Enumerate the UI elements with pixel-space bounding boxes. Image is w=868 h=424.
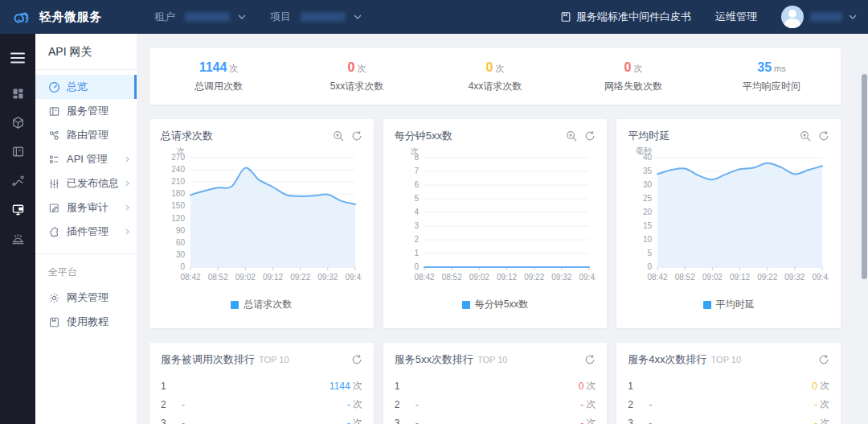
table-row: 1 1144 次 (161, 377, 362, 395)
legend-swatch (462, 301, 470, 309)
stat-avg-response-time: 35ms 平均响应时间 (702, 60, 841, 93)
chart-legend[interactable]: 平均时延 (628, 298, 829, 311)
stat-network-failures: 0次 网络失败次数 (564, 60, 702, 93)
sidebar-item-service-management[interactable]: 服务管理 (35, 99, 137, 123)
svg-text:08:52: 08:52 (675, 273, 695, 282)
refresh-icon[interactable] (351, 354, 362, 365)
ops-label: 运维管理 (715, 10, 757, 24)
refresh-icon[interactable] (818, 354, 829, 365)
book-icon (48, 316, 60, 328)
tenant-select[interactable]: 租户 (154, 10, 246, 24)
rank-number: 1 (395, 381, 416, 392)
sidebar-item-label: 网关管理 (67, 290, 108, 305)
project-select[interactable]: 项目 (270, 10, 362, 24)
legend-swatch (231, 301, 239, 309)
user-menu[interactable] (781, 6, 857, 28)
ops-management-link[interactable]: 运维管理 (715, 10, 757, 24)
chart-card-total-requests: 总请求次数 0306090120150180210240270次08:4208:… (149, 119, 374, 328)
sidebar-item-gateway-management[interactable]: 网关管理 (35, 286, 137, 310)
chevron-right-icon (125, 204, 130, 212)
stat-4xx-requests: 0次 4xx请求次数 (426, 60, 564, 93)
zoom-in-icon[interactable] (333, 130, 344, 142)
top10-label: TOP 10 (477, 355, 508, 364)
rank-number: 2 (395, 399, 416, 410)
chart-legend[interactable]: 每分钟5xx数 (395, 298, 596, 311)
stat-label: 网络失败次数 (564, 80, 702, 93)
sidebar-item-plugin-management[interactable]: 插件管理 (35, 220, 137, 244)
tenant-label: 租户 (154, 10, 175, 24)
svg-text:30: 30 (176, 250, 186, 259)
route-icon[interactable] (0, 166, 35, 195)
chart-card-5xx-per-minute: 每分钟5xx数 012345678次08:4208:5209:0209:1209… (383, 119, 608, 328)
sidebar-item-published-info[interactable]: 已发布信息 (35, 171, 137, 196)
table-row: 3 - - 次 (628, 414, 829, 424)
svg-text:30: 30 (643, 180, 653, 189)
legend-swatch (703, 301, 711, 309)
svg-text:09:42: 09:42 (813, 273, 829, 282)
svg-text:08:42: 08:42 (648, 273, 668, 282)
svg-text:150: 150 (171, 201, 185, 210)
sidebar-item-overview[interactable]: 总览 (35, 75, 137, 99)
cube-icon[interactable] (0, 108, 35, 137)
line-chart-total-requests: 0306090120150180210240270次08:4208:5209:0… (161, 146, 362, 296)
svg-text:2: 2 (414, 235, 419, 244)
section-label: 全平台 (35, 254, 137, 286)
rank-number: 2 (161, 399, 182, 410)
scrollbar-thumb[interactable] (862, 74, 867, 279)
service-name: - (182, 418, 347, 424)
sidebar-item-api-management[interactable]: API 管理 (35, 147, 137, 171)
gear-icon (48, 292, 60, 304)
refresh-icon[interactable] (818, 130, 829, 142)
refresh-icon[interactable] (584, 130, 596, 142)
top10-label: TOP 10 (259, 355, 289, 364)
chart-legend[interactable]: 总请求次数 (161, 298, 362, 311)
sidebar-item-route-management[interactable]: 路由管理 (35, 123, 137, 147)
rank-value: - (814, 399, 817, 410)
page-scrollbar (861, 34, 867, 424)
top-header: 轻舟微服务 租户 项目 服务端标准中间件白皮书 运维管理 (0, 0, 868, 34)
panel-icon[interactable] (0, 137, 35, 166)
svg-text:次: 次 (411, 146, 419, 155)
service-name: - (649, 399, 814, 410)
rank-number: 1 (161, 381, 182, 392)
whitepaper-link[interactable]: 服务端标准中间件白皮书 (560, 10, 691, 24)
svg-text:09:12: 09:12 (263, 273, 283, 282)
svg-text:0: 0 (414, 262, 419, 271)
rank-value: 1144 (330, 381, 350, 392)
sidebar-item-tutorial[interactable]: 使用教程 (35, 310, 137, 334)
table-row: 3 - - 次 (395, 414, 596, 424)
svg-text:90: 90 (176, 226, 186, 235)
monitor-icon-active[interactable] (0, 195, 35, 224)
refresh-icon[interactable] (351, 130, 362, 142)
alarm-icon[interactable] (0, 224, 35, 253)
stat-unit: 次 (229, 64, 238, 73)
dashboard-grid-icon[interactable] (0, 79, 35, 108)
svg-text:09:42: 09:42 (579, 273, 596, 282)
book-icon (560, 11, 571, 23)
project-label: 项目 (270, 10, 291, 24)
rank-value: - (347, 399, 350, 410)
table-row: 1 0 次 (628, 377, 829, 395)
collapse-menu-icon[interactable] (0, 43, 35, 72)
sidebar-item-label: 使用教程 (67, 315, 108, 329)
svg-text:09:12: 09:12 (497, 273, 517, 282)
stat-label: 平均响应时间 (702, 80, 841, 93)
sidebar-item-service-audit[interactable]: 服务审计 (35, 196, 137, 220)
rank-value: - (580, 418, 583, 424)
svg-text:5: 5 (648, 249, 653, 257)
chart-svg: 0306090120150180210240270次08:4208:5209:0… (161, 146, 362, 296)
svg-text:25: 25 (643, 194, 653, 203)
svg-text:1: 1 (414, 249, 419, 257)
zoom-in-icon[interactable] (566, 130, 577, 142)
svg-text:0: 0 (648, 262, 653, 271)
zoom-in-icon[interactable] (800, 130, 811, 142)
icon-rail (0, 34, 35, 424)
table-row: 3 - - 次 (161, 414, 362, 424)
refresh-icon[interactable] (584, 354, 596, 365)
rank-unit: 次 (353, 397, 362, 411)
rank-number: 3 (628, 418, 649, 424)
chevron-right-icon (125, 228, 130, 236)
stat-value: 1144 (199, 60, 227, 74)
rank-unit: 次 (353, 416, 362, 424)
chevron-down-icon (849, 14, 857, 20)
